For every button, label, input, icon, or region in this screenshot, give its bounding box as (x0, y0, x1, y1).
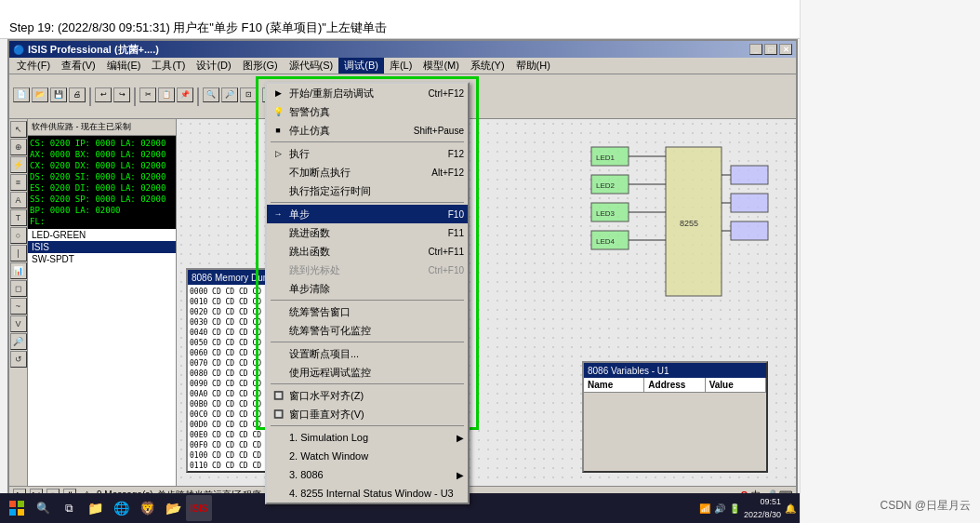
menu-step-into[interactable]: 跳进函数 F11 (267, 223, 468, 242)
terminal-tool[interactable]: ○ (10, 227, 27, 244)
zoom-fit-btn[interactable]: ⊡ (240, 87, 257, 102)
edge-btn[interactable]: 🌐 (108, 495, 134, 521)
goto-cursor-shortcut: Ctrl+F10 (428, 265, 464, 275)
notification-icon[interactable]: 🔔 (785, 503, 796, 514)
8086-arrow: ▶ (457, 470, 464, 480)
text-tool[interactable]: T (10, 209, 27, 226)
menu-run-timed[interactable]: 执行指定运行时间 (267, 181, 468, 200)
menu-8255-status[interactable]: 4. 8255 Internal Status Window - U3 (267, 484, 468, 503)
proteus-btn[interactable]: ISIS (186, 495, 212, 521)
new-btn[interactable]: 📄 (13, 87, 30, 102)
window-controls: _ □ ✕ (749, 44, 792, 55)
menu-source[interactable]: 源代码(S) (284, 58, 339, 74)
sep1 (89, 87, 91, 106)
menu-run-no-bp[interactable]: 不加断点执行 Alt+F12 (267, 163, 468, 181)
task-view-button[interactable]: ⧉ (56, 495, 82, 521)
menu-step[interactable]: → 单步 F10 (267, 205, 468, 223)
menu-smart-sim[interactable]: 💡 智警仿真 (267, 102, 468, 121)
menu-library[interactable]: 库(L) (384, 58, 417, 74)
menu-stop-sim[interactable]: ■ 停止仿真 Shift+Pause (267, 121, 468, 140)
copy-btn[interactable]: 📋 (158, 87, 175, 102)
menu-step-out[interactable]: 跳出函数 Ctrl+F11 (267, 242, 468, 261)
minimize-button[interactable]: _ (749, 44, 762, 55)
search-button[interactable]: 🔍 (30, 495, 56, 521)
menu-remote-debug[interactable]: 使用远程调试监控 (267, 363, 468, 382)
wire-tool[interactable]: ⚡ (10, 156, 27, 173)
battery-icon: 🔋 (729, 503, 740, 514)
menu-warn-window[interactable]: 统筹警告窗口 (267, 302, 468, 321)
menu-system[interactable]: 系统(Y) (465, 58, 510, 74)
paste-btn[interactable]: 📌 (177, 87, 193, 102)
sep2 (134, 87, 136, 106)
menu-debug[interactable]: 调试(B) (338, 58, 384, 74)
comp-isis[interactable]: ISIS (28, 241, 176, 253)
probe-tool[interactable]: 🔎 (10, 333, 27, 350)
svg-text:LED2: LED2 (596, 181, 616, 190)
reg-line-2: AX: 0000 BX: 0000 LA: 02000 (30, 149, 174, 160)
stop-sim-shortcut: Shift+Pause (414, 126, 464, 136)
graph-tool[interactable]: 📊 (10, 262, 27, 279)
close-button[interactable]: ✕ (779, 44, 792, 55)
variables-panel: 8086 Variables - U1 Name Address Value (582, 361, 768, 473)
step-icon: → (271, 207, 285, 221)
reg-line-8: FL: (30, 216, 174, 227)
reg-line-6: SS: 0200 SP: 0000 LA: 02000 (30, 194, 174, 205)
file-explorer-btn[interactable]: 📁 (82, 495, 108, 521)
menu-tools[interactable]: 工具(T) (146, 58, 191, 74)
zoom-out-btn[interactable]: 🔎 (221, 87, 238, 102)
reg-line-4: DS: 0200 SI: 0000 LA: 02000 (30, 171, 174, 182)
comp-sw-spdt[interactable]: SW-SPDT (28, 253, 176, 265)
menu-set-bp[interactable]: 设置断点项目... (267, 344, 468, 363)
cut-btn[interactable]: ✂ (139, 87, 156, 102)
menu-edit[interactable]: 编辑(E) (101, 58, 147, 74)
gen-tool[interactable]: ~ (10, 298, 27, 315)
component-list: LED-GREEN ISIS SW-SPDT (28, 229, 176, 501)
menu-horiz-align[interactable]: 🔲 窗口水平对齐(Z) (267, 386, 468, 405)
menu-vert-align[interactable]: 🔲 窗口垂直对齐(V) (267, 405, 468, 423)
menu-start-debug[interactable]: ▶ 开始/重新启动调试 Ctrl+F12 (267, 84, 468, 102)
col-address: Address (644, 378, 705, 392)
menu-sim-log[interactable]: 1. Simulation Log ▶ (267, 428, 468, 447)
zoom-in-btn[interactable]: 🔍 (203, 87, 219, 102)
step-text: Step 19: (2022/8/30 09:51:31) 用户在"单步 F10… (9, 20, 387, 36)
start-button[interactable] (4, 495, 30, 521)
circuit-diagram: LED1 LED2 LED3 LED4 8255 (573, 128, 787, 342)
step-shortcut: F10 (448, 209, 464, 220)
open-btn[interactable]: 📂 (32, 87, 48, 102)
menu-view[interactable]: 查看(V) (56, 58, 101, 74)
rotate-tool[interactable]: ↺ (10, 351, 27, 368)
menu-file[interactable]: 文件(F) (11, 58, 56, 74)
print-btn[interactable]: 🖨 (69, 87, 86, 102)
menu-warn-monitor[interactable]: 统筹警告可化监控 (267, 321, 468, 340)
component-tool[interactable]: ⊕ (10, 139, 27, 155)
undo-btn[interactable]: ↩ (95, 87, 112, 102)
menu-design[interactable]: 设计(D) (191, 58, 236, 74)
comp-led-green[interactable]: LED-GREEN (28, 229, 176, 241)
svg-rect-23 (18, 509, 24, 516)
voltage-tool[interactable]: V (10, 315, 27, 332)
menu-graphics[interactable]: 图形(G) (237, 58, 284, 74)
files-btn[interactable]: 📂 (160, 495, 186, 521)
menu-model[interactable]: 模型(M) (417, 58, 465, 74)
redo-btn[interactable]: ↪ (113, 87, 130, 102)
maximize-button[interactable]: □ (764, 44, 777, 55)
select-tool[interactable]: ↖ (10, 121, 27, 138)
col-value: Value (706, 378, 766, 392)
menu-bar: 文件(F) 查看(V) 编辑(E) 工具(T) 设计(D) 图形(G) 源代码(… (9, 58, 796, 74)
brave-btn[interactable]: 🦁 (134, 495, 160, 521)
left-toolbox: ↖ ⊕ ⚡ ≡ A T ○ | 📊 ◻ ~ V 🔎 ↺ (9, 119, 28, 501)
menu-step-clear[interactable]: 单步清除 (267, 279, 468, 298)
run-no-bp-shortcut: Alt+F12 (431, 168, 464, 178)
menu-execute[interactable]: ▷ 执行 F12 (267, 144, 468, 163)
step-description: Step 19: (2022/8/30 09:51:31) 用户在"单步 F10… (0, 17, 800, 39)
svg-rect-14 (731, 166, 768, 184)
pin-tool[interactable]: | (10, 245, 27, 262)
menu-watch-window[interactable]: 2. Watch Window (267, 447, 468, 465)
save-btn[interactable]: 💾 (50, 87, 67, 102)
svg-rect-20 (9, 501, 16, 507)
tape-tool[interactable]: ◻ (10, 280, 27, 297)
menu-8086[interactable]: 3. 8086 ▶ (267, 465, 468, 484)
label-tool[interactable]: A (10, 192, 27, 208)
menu-help[interactable]: 帮助(H) (510, 58, 556, 74)
bus-tool[interactable]: ≡ (10, 174, 27, 191)
